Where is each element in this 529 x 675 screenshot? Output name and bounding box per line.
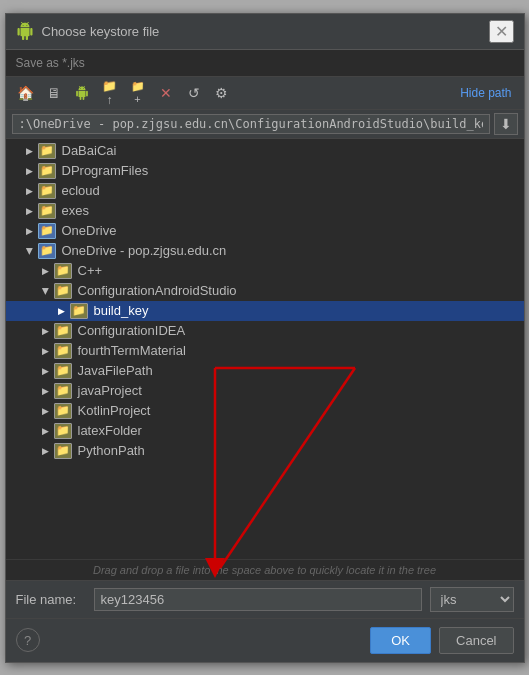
hide-path-button[interactable]: Hide path bbox=[456, 84, 515, 102]
tree-label-ConfigurationIDEA: ConfigurationIDEA bbox=[76, 323, 186, 338]
folder-icon-JavaFilePath: 📁 bbox=[54, 363, 72, 379]
expand-arrow-build_key: ▶ bbox=[54, 303, 70, 319]
folder-icon-fourthTermMaterial: 📁 bbox=[54, 343, 72, 359]
android-icon bbox=[75, 86, 89, 100]
folder-icon-javaProject: 📁 bbox=[54, 383, 72, 399]
title-bar-left: Choose keystore file bbox=[16, 22, 160, 40]
expand-arrow-JavaFilePath: ▶ bbox=[38, 363, 54, 379]
ext-select[interactable]: jks keystore bbox=[430, 587, 514, 612]
dialog-title: Choose keystore file bbox=[42, 24, 160, 39]
tree-label-KotlinProject: KotlinProject bbox=[76, 403, 151, 418]
tree-label-OneDrive: OneDrive bbox=[60, 223, 117, 238]
tree-item-PythonPath[interactable]: ▶ 📁 PythonPath bbox=[6, 441, 524, 461]
delete-button[interactable]: ✕ bbox=[154, 81, 178, 105]
tree-label-ecloud: ecloud bbox=[60, 183, 100, 198]
expand-arrow-ConfigurationIDEA: ▶ bbox=[38, 323, 54, 339]
new-folder-button[interactable]: 📁+ bbox=[126, 81, 150, 105]
android-button[interactable] bbox=[70, 81, 94, 105]
folder-icon-latexFolder: 📁 bbox=[54, 423, 72, 439]
expand-arrow-ecloud: ▶ bbox=[22, 183, 38, 199]
folder-icon-DProgramFiles: 📁 bbox=[38, 163, 56, 179]
file-tree: ▶ 📁 DaBaiCai ▶ 📁 DProgramFiles ▶ 📁 eclou… bbox=[6, 139, 524, 559]
filename-input[interactable] bbox=[94, 588, 422, 611]
android-logo-icon bbox=[16, 22, 34, 40]
help-button[interactable]: ? bbox=[16, 628, 40, 652]
folder-icon-ConfigurationIDEA: 📁 bbox=[54, 323, 72, 339]
path-bar: ⬇ bbox=[6, 110, 524, 139]
expand-arrow-KotlinProject: ▶ bbox=[38, 403, 54, 419]
expand-arrow-exes: ▶ bbox=[22, 203, 38, 219]
tree-label-latexFolder: latexFolder bbox=[76, 423, 142, 438]
expand-arrow-OneDrive-pop: ▶ bbox=[22, 243, 38, 259]
tree-item-OneDrive-pop[interactable]: ▶ 📁 OneDrive - pop.zjgsu.edu.cn bbox=[6, 241, 524, 261]
tree-item-javaProject[interactable]: ▶ 📁 javaProject bbox=[6, 381, 524, 401]
close-button[interactable]: ✕ bbox=[489, 20, 514, 43]
folder-up-button[interactable]: 📁↑ bbox=[98, 81, 122, 105]
expand-arrow-DProgramFiles: ▶ bbox=[22, 163, 38, 179]
drag-hint: Drag and drop a file into the space abov… bbox=[6, 559, 524, 580]
tree-item-DaBaiCai[interactable]: ▶ 📁 DaBaiCai bbox=[6, 141, 524, 161]
path-input[interactable] bbox=[12, 114, 490, 134]
tree-item-fourthTermMaterial[interactable]: ▶ 📁 fourthTermMaterial bbox=[6, 341, 524, 361]
tree-item-latexFolder[interactable]: ▶ 📁 latexFolder bbox=[6, 421, 524, 441]
tree-item-OneDrive[interactable]: ▶ 📁 OneDrive bbox=[6, 221, 524, 241]
tree-item-DProgramFiles[interactable]: ▶ 📁 DProgramFiles bbox=[6, 161, 524, 181]
tree-label-PythonPath: PythonPath bbox=[76, 443, 145, 458]
folder-icon-ConfigurationAndroidStudio: 📁 bbox=[54, 283, 72, 299]
monitor-button[interactable]: 🖥 bbox=[42, 81, 66, 105]
tree-label-ConfigurationAndroidStudio: ConfigurationAndroidStudio bbox=[76, 283, 237, 298]
title-bar: Choose keystore file ✕ bbox=[6, 14, 524, 50]
save-as-bar: Save as *.jks bbox=[6, 50, 524, 77]
save-as-label: Save as *.jks bbox=[16, 56, 85, 70]
tree-item-ConfigurationIDEA[interactable]: ▶ 📁 ConfigurationIDEA bbox=[6, 321, 524, 341]
expand-arrow-DaBaiCai: ▶ bbox=[22, 143, 38, 159]
tree-label-OneDrive-pop: OneDrive - pop.zjgsu.edu.cn bbox=[60, 243, 227, 258]
toolbar: 🏠 🖥 📁↑ 📁+ ✕ ↺ ⚙ Hide path bbox=[6, 77, 524, 110]
filename-row: File name: jks keystore bbox=[6, 580, 524, 618]
tree-item-build_key[interactable]: ▶ 📁 build_key bbox=[6, 301, 524, 321]
refresh-button[interactable]: ↺ bbox=[182, 81, 206, 105]
path-download-button[interactable]: ⬇ bbox=[494, 113, 518, 135]
bottom-bar: ? OK Cancel bbox=[6, 618, 524, 662]
expand-arrow-javaProject: ▶ bbox=[38, 383, 54, 399]
folder-icon-OneDrive-pop: 📁 bbox=[38, 243, 56, 259]
tree-item-ConfigurationAndroidStudio[interactable]: ▶ 📁 ConfigurationAndroidStudio bbox=[6, 281, 524, 301]
tree-label-DProgramFiles: DProgramFiles bbox=[60, 163, 149, 178]
tree-item-ecloud[interactable]: ▶ 📁 ecloud bbox=[6, 181, 524, 201]
expand-arrow-PythonPath: ▶ bbox=[38, 443, 54, 459]
tree-label-build_key: build_key bbox=[92, 303, 149, 318]
dialog: Choose keystore file ✕ Save as *.jks 🏠 🖥… bbox=[5, 13, 525, 663]
tree-label-exes: exes bbox=[60, 203, 89, 218]
tree-item-exes[interactable]: ▶ 📁 exes bbox=[6, 201, 524, 221]
tree-label-javaProject: javaProject bbox=[76, 383, 142, 398]
settings-button[interactable]: ⚙ bbox=[210, 81, 234, 105]
filename-label: File name: bbox=[16, 592, 86, 607]
tree-item-JavaFilePath[interactable]: ▶ 📁 JavaFilePath bbox=[6, 361, 524, 381]
folder-icon-Cpp: 📁 bbox=[54, 263, 72, 279]
folder-icon-exes: 📁 bbox=[38, 203, 56, 219]
tree-label-Cpp: C++ bbox=[76, 263, 103, 278]
folder-icon-OneDrive: 📁 bbox=[38, 223, 56, 239]
tree-item-KotlinProject[interactable]: ▶ 📁 KotlinProject bbox=[6, 401, 524, 421]
folder-icon-ecloud: 📁 bbox=[38, 183, 56, 199]
folder-icon-DaBaiCai: 📁 bbox=[38, 143, 56, 159]
expand-arrow-latexFolder: ▶ bbox=[38, 423, 54, 439]
tree-label-DaBaiCai: DaBaiCai bbox=[60, 143, 117, 158]
expand-arrow-OneDrive: ▶ bbox=[22, 223, 38, 239]
expand-arrow-Cpp: ▶ bbox=[38, 263, 54, 279]
folder-icon-PythonPath: 📁 bbox=[54, 443, 72, 459]
dialog-wrapper: Choose keystore file ✕ Save as *.jks 🏠 🖥… bbox=[5, 13, 525, 663]
expand-arrow-ConfigurationAndroidStudio: ▶ bbox=[38, 283, 54, 299]
tree-label-fourthTermMaterial: fourthTermMaterial bbox=[76, 343, 186, 358]
ok-button[interactable]: OK bbox=[370, 627, 431, 654]
expand-arrow-fourthTermMaterial: ▶ bbox=[38, 343, 54, 359]
home-button[interactable]: 🏠 bbox=[14, 81, 38, 105]
tree-item-Cpp[interactable]: ▶ 📁 C++ bbox=[6, 261, 524, 281]
cancel-button[interactable]: Cancel bbox=[439, 627, 513, 654]
folder-icon-build_key: 📁 bbox=[70, 303, 88, 319]
tree-label-JavaFilePath: JavaFilePath bbox=[76, 363, 153, 378]
folder-icon-KotlinProject: 📁 bbox=[54, 403, 72, 419]
